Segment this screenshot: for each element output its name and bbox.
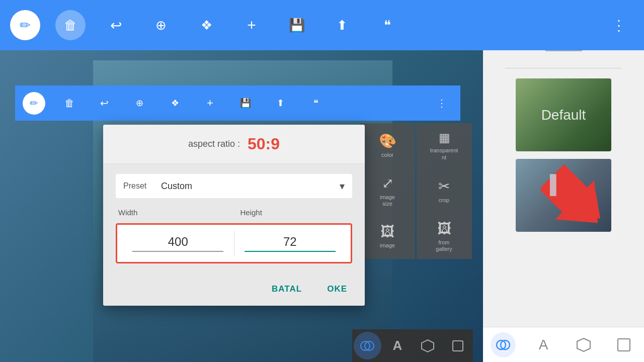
- width-field: 400: [122, 235, 234, 252]
- aspect-ratio-value: 50:9: [248, 135, 280, 153]
- blend-icon: [360, 338, 375, 353]
- inner-more-icon: ⋮: [437, 97, 447, 109]
- color-icon: 🎨: [379, 133, 396, 149]
- transparent-label: transparentnt: [430, 147, 458, 160]
- height-label: Height: [238, 208, 353, 217]
- width-label: Width: [116, 208, 230, 217]
- bottom-blend-button[interactable]: [491, 332, 516, 357]
- more-icon: ⋮: [612, 17, 626, 34]
- cancel-button[interactable]: BATAL: [264, 280, 309, 298]
- layer-tool-button[interactable]: [444, 332, 472, 359]
- trash-icon: 🗑: [64, 18, 77, 33]
- bottom-text-icon: A: [539, 337, 548, 353]
- inner-layers-icon: ❖: [171, 98, 179, 109]
- inner-quote-icon: ❝: [313, 98, 318, 109]
- resize-dialog: aspect ratio : 50:9 Preset Custom ▾ Widt…: [103, 125, 365, 306]
- inner-toolbar: ✏ 🗑 ↩ ⊕ ❖ + 💾 ⬆ ❝ ⋮: [15, 85, 460, 121]
- thumbnail-bg: Default: [516, 78, 611, 151]
- color-label: color: [381, 152, 393, 158]
- trash-button[interactable]: 🗑: [55, 10, 86, 40]
- share-icon: ⬆: [337, 18, 348, 33]
- arrow-thumbnail[interactable]: ▐: [516, 159, 611, 232]
- shape-tool-button[interactable]: [414, 332, 442, 359]
- image-icon: 🖼: [380, 223, 394, 240]
- transparent-icon: ▦: [439, 131, 449, 145]
- inner-undo-button[interactable]: ↩: [93, 92, 116, 115]
- height-field: 72: [234, 235, 346, 252]
- bottom-layer-icon: [616, 337, 631, 352]
- layers-button[interactable]: ❖: [191, 10, 221, 40]
- dialog-actions: BATAL OKE: [103, 275, 365, 306]
- inner-save-button[interactable]: 💾: [234, 92, 257, 115]
- preset-select[interactable]: Custom ▾: [161, 180, 345, 192]
- text-icon: A: [393, 338, 403, 353]
- inner-add-icon: +: [207, 97, 213, 110]
- blend-tool-button[interactable]: [354, 332, 381, 359]
- dimensions-container: 400 72: [116, 223, 352, 263]
- crop-tool[interactable]: ✂ crop: [417, 168, 472, 214]
- bottom-layer-button[interactable]: [611, 332, 636, 357]
- inner-share-button[interactable]: ⬆: [269, 92, 292, 115]
- layers-icon: ❖: [201, 18, 212, 33]
- dialog-body: Preset Custom ▾ Width Height 400: [103, 164, 365, 275]
- edit-button[interactable]: ✏: [10, 10, 40, 40]
- more-button[interactable]: ⋮: [604, 10, 634, 40]
- svg-marker-10: [577, 338, 590, 351]
- text-tool-button[interactable]: A: [384, 332, 412, 359]
- image-label: image: [380, 242, 395, 249]
- preset-row: Preset Custom ▾: [116, 174, 352, 198]
- image-size-icon: ⤢: [382, 175, 393, 192]
- inner-edit-icon: ✏: [30, 97, 38, 109]
- crop-icon: ✂: [438, 178, 450, 195]
- inner-zoom-icon: ⊕: [136, 98, 143, 109]
- svg-rect-11: [618, 339, 630, 351]
- shape-icon: [421, 339, 435, 353]
- inner-more-button[interactable]: ⋮: [430, 92, 453, 115]
- height-input[interactable]: 72: [239, 235, 341, 249]
- color-tool[interactable]: 🎨 color: [360, 123, 415, 168]
- image-size-label: imagesize: [380, 194, 395, 207]
- bottom-text-button[interactable]: A: [531, 332, 556, 357]
- transparent-tool[interactable]: ▦ transparentnt: [417, 123, 472, 168]
- bottom-blend-icon: [495, 337, 511, 353]
- share-button[interactable]: ⬆: [327, 10, 357, 40]
- image-tool[interactable]: 🖼 image: [360, 214, 415, 259]
- side-icons-panel: 🎨 color ▦ transparentnt ⤢ imagesize ✂ cr…: [360, 123, 473, 259]
- preset-value: Custom: [161, 181, 192, 192]
- inner-trash-button[interactable]: 🗑: [58, 92, 80, 115]
- inner-add-button[interactable]: +: [199, 92, 221, 115]
- right-bottom-toolbar: A: [483, 327, 644, 362]
- width-input[interactable]: 400: [127, 235, 229, 249]
- aspect-ratio-label: aspect ratio :: [188, 139, 240, 149]
- bottom-shape-button[interactable]: [571, 332, 596, 357]
- default-thumbnail[interactable]: Default: [516, 78, 611, 151]
- sidebar-divider-1: [505, 68, 622, 68]
- gallery-icon: 🖼: [437, 220, 451, 237]
- image-size-tool[interactable]: ⤢ imagesize: [360, 168, 415, 214]
- edit-icon: ✏: [20, 18, 31, 33]
- red-arrow-icon: [541, 161, 611, 232]
- bottom-shape-icon: [576, 337, 591, 352]
- inner-zoom-button[interactable]: ⊕: [128, 92, 151, 115]
- inner-layers-button[interactable]: ❖: [164, 92, 186, 115]
- inner-edit-button[interactable]: ✏: [23, 92, 45, 115]
- add-button[interactable]: +: [236, 10, 267, 40]
- zoom-button[interactable]: ⊕: [146, 10, 176, 40]
- inner-quote-button[interactable]: ❝: [304, 92, 327, 115]
- undo-button[interactable]: ↩: [101, 10, 131, 40]
- svg-rect-3: [453, 341, 463, 351]
- gallery-label: fromgallery: [436, 239, 452, 252]
- from-gallery-tool[interactable]: 🖼 fromgallery: [417, 214, 472, 259]
- add-icon: +: [247, 17, 256, 34]
- layer-icon: [451, 339, 465, 353]
- crop-label: crop: [439, 197, 449, 204]
- save-button[interactable]: 💾: [282, 10, 312, 40]
- save-icon: 💾: [289, 18, 305, 33]
- canvas-bottom-toolbar: A: [352, 329, 473, 362]
- quote-button[interactable]: ❝: [372, 10, 403, 40]
- inner-save-icon: 💾: [240, 98, 251, 109]
- ok-button[interactable]: OKE: [319, 280, 355, 298]
- inner-undo-icon: ↩: [100, 97, 109, 109]
- quote-icon: ❝: [384, 18, 391, 33]
- main-canvas-area: ✏ 🗑 ↩ ⊕ ❖ + 💾 ⬆ ❝ ⋮: [0, 50, 483, 362]
